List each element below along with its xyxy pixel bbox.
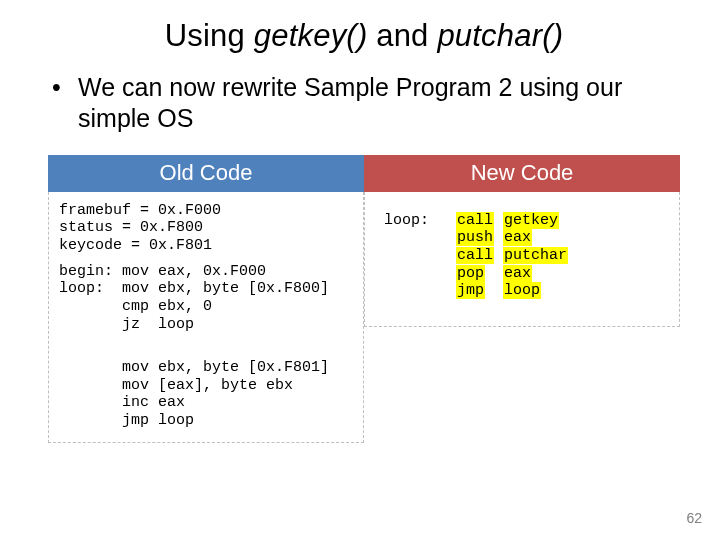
title-text-2: and: [367, 18, 437, 53]
new-code-box: loop: call getkey push eax call putchar …: [364, 192, 680, 327]
old-code-box: framebuf = 0x.F000 status = 0x.F800 keyc…: [48, 192, 364, 443]
old-code-header: Old Code: [48, 155, 364, 192]
new-code-header: New Code: [364, 155, 680, 192]
bullet-list: We can now rewrite Sample Program 2 usin…: [48, 72, 680, 135]
page-number: 62: [686, 510, 702, 526]
title-fn2: putchar(): [437, 18, 563, 53]
arg-1: eax: [503, 229, 532, 246]
title-text-1: Using: [165, 18, 254, 53]
old-code-block1: begin: mov eax, 0x.F000 loop: mov ebx, b…: [59, 263, 353, 334]
old-code-block2: mov ebx, byte [0x.F801] mov [eax], byte …: [59, 359, 353, 430]
old-code-defs: framebuf = 0x.F000 status = 0x.F800 keyc…: [59, 202, 221, 254]
arg-2: putchar: [503, 247, 568, 264]
op-1: push: [456, 229, 494, 246]
old-code-column: Old Code framebuf = 0x.F000 status = 0x.…: [48, 155, 364, 443]
op-3: pop: [456, 265, 485, 282]
loop-label: loop:: [384, 212, 429, 229]
arg-4: loop: [503, 282, 541, 299]
title-fn1: getkey(): [254, 18, 368, 53]
op-2: call: [456, 247, 494, 264]
arg-0: getkey: [503, 212, 559, 229]
bullet-item: We can now rewrite Sample Program 2 usin…: [74, 72, 680, 135]
arg-3: eax: [503, 265, 532, 282]
slide-title: Using getkey() and putchar(): [48, 18, 680, 54]
op-0: call: [456, 212, 494, 229]
op-4: jmp: [456, 282, 485, 299]
new-code-column: New Code loop: call getkey push eax call…: [364, 155, 680, 443]
